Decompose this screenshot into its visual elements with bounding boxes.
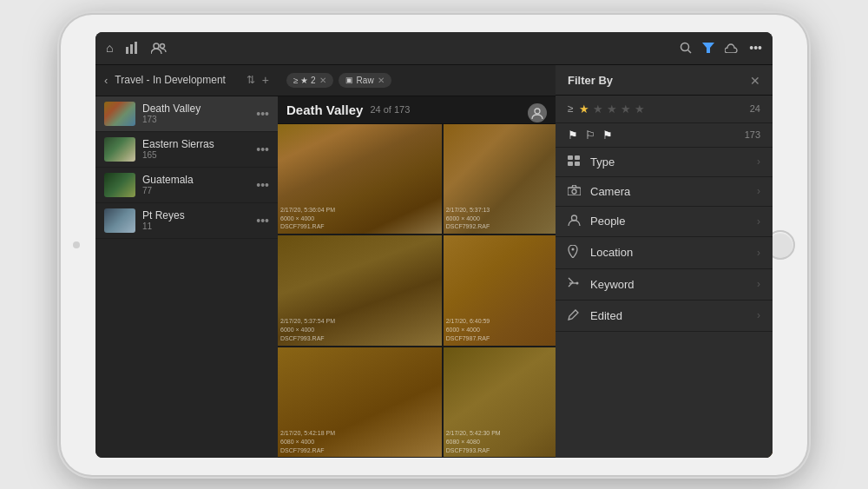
thumb-bg: [104, 102, 135, 126]
people-filter-icon: [568, 215, 585, 228]
filter-panel-title: Filter By: [568, 74, 613, 87]
svg-marker-7: [702, 43, 714, 53]
sidebar-item-info: Death Valley 173: [142, 102, 256, 124]
svg-rect-9: [575, 155, 580, 160]
photo-meta: 2/17/20, 5:37:54 PM6000 × 4000DSCF7993.R…: [280, 317, 335, 342]
sidebar-item-name: Guatemala: [142, 174, 256, 186]
svg-rect-10: [568, 162, 573, 166]
thumb-bg: [104, 208, 135, 233]
filter-panel: Filter By ✕ ≥ ★ ★ ★ ★ ★ 24: [556, 65, 773, 458]
filter-item-people[interactable]: People ›: [556, 207, 773, 237]
add-icon[interactable]: +: [262, 73, 269, 87]
top-bar-right: •••: [680, 41, 762, 55]
svg-line-6: [688, 50, 692, 54]
sidebar-item-pt-reyes[interactable]: Pt Reyes 11 •••: [95, 203, 278, 239]
svg-rect-1: [130, 44, 133, 54]
filter-close-button[interactable]: ✕: [750, 74, 760, 88]
svg-point-15: [572, 248, 575, 250]
rating-filter-chip[interactable]: ≥ ★ 2 ✕: [286, 73, 333, 88]
raw-chip-close[interactable]: ✕: [378, 76, 385, 85]
keyword-label: Keyword: [590, 278, 757, 291]
type-label: Type: [590, 155, 757, 169]
star-empty-1: ★: [593, 102, 603, 116]
back-icon[interactable]: ‹: [104, 74, 108, 87]
more-icon[interactable]: •••: [749, 41, 762, 55]
photo-meta: 2/17/20, 5:36:04 PM6000 × 4000DSCF7991.R…: [280, 206, 335, 231]
svg-point-4: [161, 43, 165, 48]
photo-meta: 2/17/20, 5:42:30 PM6080 × 4080DSCF7993.R…: [446, 429, 501, 454]
sidebar-item-guatemala[interactable]: Guatemala 77 •••: [95, 168, 278, 203]
sort-icon[interactable]: ⇅: [247, 74, 255, 86]
top-bar: ⌂: [95, 32, 773, 65]
analytics-icon[interactable]: [125, 42, 139, 54]
sidebar-item-name: Eastern Sierras: [142, 138, 256, 150]
search-icon[interactable]: [680, 42, 692, 54]
content-subtitle: 24 of 173: [370, 104, 410, 115]
photo-cell[interactable]: 2/17/20, 5:37:54 PM6000 × 4000DSCF7993.R…: [278, 235, 442, 346]
filter-item-keyword[interactable]: Keyword ›: [556, 269, 773, 301]
svg-point-16: [576, 281, 579, 284]
raw-chip-icon: ▣: [345, 76, 353, 84]
sidebar-item-eastern-sierras[interactable]: Eastern Sierras 165 •••: [95, 132, 278, 168]
edited-icon: [568, 308, 585, 323]
ipad-frame: ⌂: [61, 15, 807, 475]
location-label: Location: [590, 246, 757, 259]
people-icon[interactable]: [151, 43, 167, 54]
screen: ⌂: [95, 32, 773, 458]
photo-cell[interactable]: 2/17/20, 5:36:04 PM6000 × 4000DSCF7991.R…: [278, 124, 442, 235]
item-more-icon[interactable]: •••: [256, 142, 269, 156]
sidebar-title: Travel - In Development: [115, 74, 239, 86]
avatar[interactable]: [528, 103, 547, 122]
content-title: Death Valley: [286, 102, 363, 117]
sidebar: ‹ Travel - In Development ⇅ + Death Vall…: [95, 65, 278, 458]
sidebar-item-info: Guatemala 77: [142, 174, 256, 195]
cloud-icon[interactable]: [725, 43, 739, 53]
raw-filter-chip[interactable]: ▣ Raw ✕: [339, 73, 391, 88]
sidebar-header: ‹ Travel - In Development ⇅ +: [95, 65, 278, 96]
sidebar-item-name: Death Valley: [142, 102, 256, 115]
keyword-chevron: ›: [757, 278, 760, 290]
side-button: [73, 241, 80, 248]
edited-label: Edited: [590, 309, 757, 322]
pt-reyes-thumb: [104, 208, 135, 233]
svg-rect-2: [135, 42, 137, 54]
people-chevron: ›: [757, 215, 760, 228]
main-content: ‹ Travel - In Development ⇅ + Death Vall…: [95, 65, 773, 458]
home-icon[interactable]: ⌂: [106, 41, 113, 55]
item-more-icon[interactable]: •••: [256, 214, 269, 228]
raw-chip-label: Raw: [357, 76, 374, 85]
filter-panel-header: Filter By ✕: [556, 65, 773, 96]
filter-stars-row[interactable]: ≥ ★ ★ ★ ★ ★ 24: [556, 96, 773, 123]
people-label: People: [590, 215, 757, 228]
flags-count: 173: [745, 129, 760, 140]
filter-flags-row[interactable]: ⚑ ⚐ ⚑ 173: [556, 123, 773, 148]
filter-item-location[interactable]: Location ›: [556, 237, 773, 269]
photo-meta: 2/17/20, 5:37:136000 × 4000DSCF7992.RAF: [446, 206, 490, 231]
location-icon: [568, 245, 585, 261]
item-more-icon[interactable]: •••: [256, 178, 269, 192]
sidebar-item-death-valley[interactable]: Death Valley 173 •••: [95, 96, 278, 132]
sidebar-item-info: Pt Reyes 11: [142, 209, 256, 231]
filter-item-edited[interactable]: Edited ›: [556, 301, 773, 332]
star-empty-2: ★: [607, 102, 617, 116]
filter-item-camera[interactable]: Camera ›: [556, 177, 773, 207]
death-valley-thumb: [104, 102, 135, 126]
sidebar-items: Death Valley 173 ••• Eastern Sierras 165: [95, 96, 278, 458]
filter-icon[interactable]: [702, 43, 714, 53]
svg-rect-8: [568, 155, 573, 160]
edited-chevron: ›: [757, 309, 760, 321]
content-area: ≥ ★ 2 ✕ ▣ Raw ✕ Death Valley 24 of 173: [278, 65, 773, 458]
sidebar-item-count: 173: [142, 115, 256, 124]
svg-point-5: [681, 43, 689, 51]
gte-symbol: ≥: [568, 102, 574, 115]
location-chevron: ›: [757, 247, 760, 259]
photo-cell[interactable]: 2/17/20, 5:42:18 PM6080 × 4000DSCF7992.R…: [278, 347, 442, 458]
top-bar-left: ⌂: [106, 41, 167, 55]
item-more-icon[interactable]: •••: [256, 107, 269, 121]
filter-item-type[interactable]: Type ›: [556, 148, 773, 177]
rating-chip-close[interactable]: ✕: [319, 76, 326, 85]
type-icon: [568, 155, 585, 169]
thumb-bg: [104, 137, 135, 162]
star-empty-3: ★: [621, 102, 631, 116]
photo-meta: 2/17/20, 6:40:596000 × 4000DSCF7987.RAF: [446, 317, 490, 342]
